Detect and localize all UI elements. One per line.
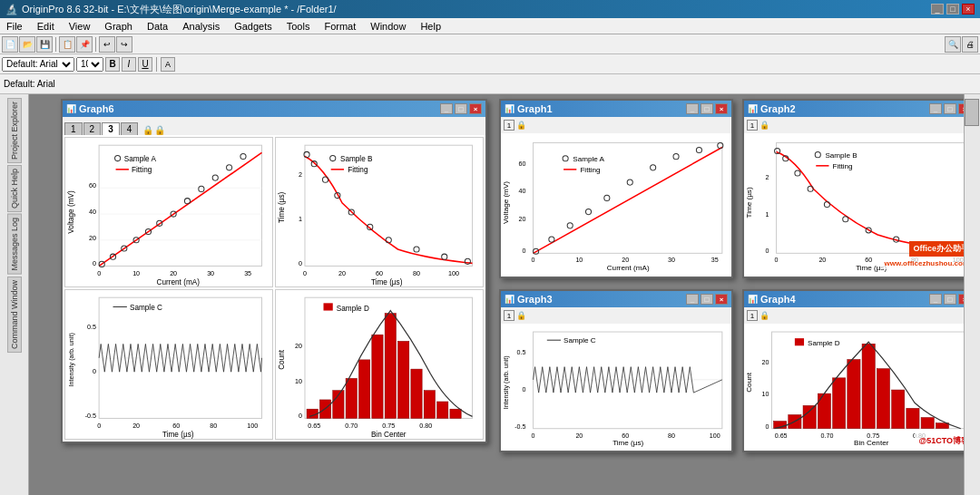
sidebar-project-explorer[interactable]: Project Explorer — [7, 98, 22, 163]
tb-print[interactable]: 🖨 — [962, 36, 978, 53]
graph1-title: Graph1 — [517, 103, 553, 114]
menu-graph[interactable]: Graph — [102, 20, 135, 33]
graph3-title-bar[interactable]: 📊 Graph3 _ □ × — [501, 291, 731, 307]
min-button[interactable]: _ — [931, 4, 944, 15]
svg-text:Current (mA): Current (mA) — [157, 278, 201, 286]
graph3-min[interactable]: _ — [686, 294, 699, 305]
svg-text:20: 20 — [295, 343, 302, 350]
svg-text:Bin Center: Bin Center — [371, 431, 407, 439]
svg-text:0.65: 0.65 — [775, 432, 788, 440]
svg-text:-0.5: -0.5 — [85, 412, 96, 420]
tb-open[interactable]: 📂 — [19, 36, 35, 53]
menu-file[interactable]: File — [4, 20, 25, 33]
svg-text:-0.5: -0.5 — [514, 423, 525, 431]
svg-rect-88 — [398, 341, 409, 418]
graph1-max[interactable]: □ — [701, 103, 713, 114]
font-size-select[interactable]: 10 — [76, 57, 103, 72]
font-family-select[interactable]: Default: Arial — [2, 57, 74, 72]
graph4-min[interactable]: _ — [929, 294, 942, 305]
svg-rect-181 — [921, 418, 934, 429]
graph1-lock: 🔒 — [516, 121, 526, 130]
svg-text:80: 80 — [210, 422, 217, 430]
graph4-close[interactable]: × — [958, 294, 964, 305]
menu-gadgets[interactable]: Gadgets — [231, 20, 275, 33]
svg-text:0.5: 0.5 — [517, 349, 526, 356]
svg-text:Fitting: Fitting — [348, 166, 368, 174]
graph6-panel-tr: Time (µs) Time (µs) 0 1 2 0 20 60 80 100 — [275, 137, 484, 287]
graph2-max[interactable]: □ — [944, 103, 956, 114]
menu-window[interactable]: Window — [368, 20, 408, 33]
menu-tools[interactable]: Tools — [284, 20, 313, 33]
graph6-tab-2[interactable]: 2 — [83, 122, 102, 135]
graph6-title-bar[interactable]: 📊 Graph6 _ □ × — [63, 101, 485, 117]
tb-redo[interactable]: ↪ — [116, 36, 132, 53]
graph6-panel-bl: Intensity (arb. unit) Time (µs) -0.5 0 0… — [64, 289, 273, 440]
tb-save[interactable]: 💾 — [36, 36, 53, 53]
max-button[interactable]: □ — [946, 4, 959, 15]
graph1-min[interactable]: _ — [686, 103, 699, 114]
tb-color[interactable]: A — [161, 57, 175, 72]
svg-text:20: 20 — [818, 257, 826, 265]
tb-zoom[interactable]: 🔍 — [945, 36, 961, 53]
graph6-max[interactable]: □ — [455, 103, 467, 114]
graph6-tab-3[interactable]: 3 — [102, 122, 120, 135]
svg-text:40: 40 — [519, 188, 526, 195]
graph3-close[interactable]: × — [715, 294, 728, 305]
svg-text:60: 60 — [89, 182, 96, 189]
sidebar-messages[interactable]: Messages Log — [7, 214, 22, 275]
graph6-tab-1[interactable]: 1 — [64, 122, 83, 135]
graph1-title-bar[interactable]: 📊 Graph1 _ □ × — [501, 101, 731, 117]
menu-data[interactable]: Data — [144, 20, 171, 33]
menu-format[interactable]: Format — [321, 20, 358, 33]
graph2-close[interactable]: × — [958, 103, 964, 114]
svg-text:0: 0 — [299, 260, 302, 267]
svg-rect-86 — [372, 335, 383, 418]
graph6-lock-icon: 🔒 — [142, 125, 153, 135]
sidebar-command[interactable]: Command Window — [7, 277, 22, 353]
sidebar-quick-help[interactable]: Quick Help — [7, 165, 22, 212]
tb-undo[interactable]: ↩ — [99, 36, 115, 53]
svg-text:10: 10 — [132, 270, 140, 277]
menu-analysis[interactable]: Analysis — [180, 20, 222, 33]
graph3-lock: 🔒 — [516, 311, 526, 320]
svg-rect-93 — [324, 303, 333, 310]
tb-copy[interactable]: 📋 — [59, 36, 75, 53]
graph3-max[interactable]: □ — [701, 294, 713, 305]
graph1-win-buttons: _ □ × — [686, 103, 728, 114]
svg-rect-179 — [892, 390, 905, 429]
svg-text:0: 0 — [97, 270, 101, 277]
menu-help[interactable]: Help — [417, 20, 444, 33]
graph2-badge: 1 — [747, 120, 758, 131]
svg-text:35: 35 — [244, 270, 251, 277]
menu-edit[interactable]: Edit — [34, 20, 57, 33]
graph2-title: Graph2 — [760, 103, 796, 114]
tb-bold[interactable]: B — [105, 57, 120, 72]
tb-paste[interactable]: 📌 — [76, 36, 93, 53]
tb-italic[interactable]: I — [122, 57, 136, 72]
svg-rect-183 — [795, 338, 804, 345]
graph4-title-bar[interactable]: 📊 Graph4 _ □ × — [744, 291, 964, 307]
svg-text:20: 20 — [622, 257, 629, 265]
graph2-min[interactable]: _ — [929, 103, 942, 114]
toolbar-1: 📄 📂 💾 📋 📌 ↩ ↪ 🔍 🖨 — [0, 34, 980, 54]
svg-text:0.65: 0.65 — [308, 422, 320, 430]
tb-sep2 — [95, 37, 96, 52]
tb-underline[interactable]: U — [138, 57, 152, 72]
svg-text:Fitting: Fitting — [132, 166, 152, 174]
graph6-close[interactable]: × — [469, 103, 482, 114]
tb-new[interactable]: 📄 — [2, 36, 18, 53]
watermark-51cto: @51CTO博客 — [915, 433, 964, 449]
close-button[interactable]: × — [962, 4, 975, 15]
graph1-close[interactable]: × — [715, 103, 728, 114]
graph4-max[interactable]: □ — [944, 294, 956, 305]
menu-view[interactable]: View — [66, 20, 93, 33]
graph1-window: 📊 Graph1 _ □ × 1 🔒 Voltage (mV) Current … — [499, 99, 733, 278]
svg-text:Count: Count — [278, 349, 286, 370]
svg-text:0.80: 0.80 — [419, 422, 432, 430]
scrollbar-thumb[interactable] — [965, 99, 979, 126]
graph6-min[interactable]: _ — [440, 103, 453, 114]
svg-text:Sample C: Sample C — [564, 336, 596, 345]
menu-bar: File Edit View Graph Data Analysis Gadge… — [0, 18, 980, 34]
graph2-title-bar[interactable]: 📊 Graph2 _ □ × — [744, 101, 964, 117]
graph6-tab-4[interactable]: 4 — [121, 122, 139, 135]
